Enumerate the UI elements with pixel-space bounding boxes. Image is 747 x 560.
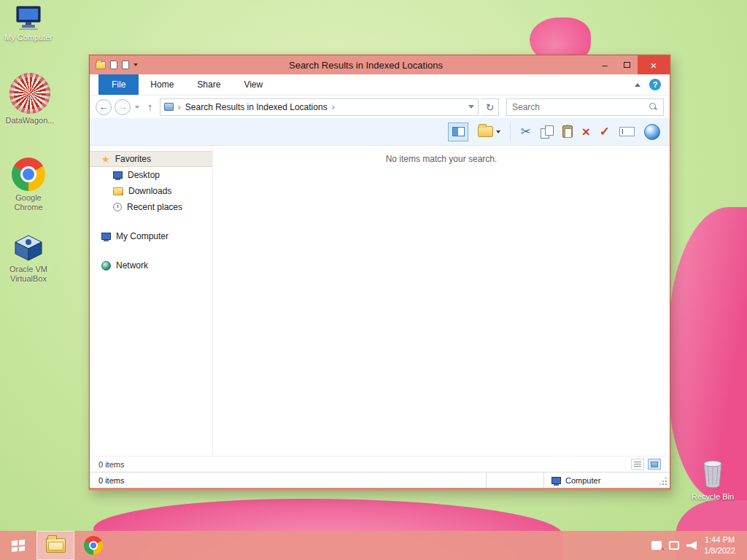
qat-properties-icon[interactable] — [110, 61, 117, 69]
input-indicator-icon[interactable]: × — [651, 541, 662, 550]
tab-view[interactable]: View — [232, 74, 274, 95]
preview-pane-icon — [452, 127, 465, 136]
cut-button[interactable]: ✂ — [520, 125, 530, 138]
up-button[interactable]: ↑ — [144, 101, 157, 113]
paste-button[interactable] — [562, 125, 573, 138]
tab-share[interactable]: Share — [185, 74, 232, 95]
quick-access-toolbar — [90, 61, 138, 69]
search-input[interactable] — [512, 102, 649, 112]
command-toolbar: ✂ × ✓ — [90, 118, 670, 146]
copy-button[interactable] — [541, 125, 553, 138]
desktop-icon — [113, 171, 123, 179]
new-folder-button[interactable] — [478, 126, 500, 137]
computer-icon — [101, 233, 111, 240]
desktop-icon-label: My Computer — [1, 33, 55, 42]
empty-search-message: No items match your search. — [213, 154, 670, 164]
thumbnail-view-icon — [651, 462, 658, 467]
start-button[interactable] — [0, 531, 36, 560]
desktop-icon-my-computer[interactable]: My Computer — [1, 6, 55, 42]
desktop-icon-recycle-bin[interactable]: Recycle Bin — [686, 456, 740, 502]
confirm-button[interactable]: ✓ — [600, 125, 610, 138]
toolbar-divider — [510, 123, 511, 141]
close-button[interactable]: × — [638, 55, 670, 74]
address-bar[interactable]: › Search Results in Indexed Locations › — [160, 98, 479, 116]
desktop-icon-datawagon[interactable]: DataWagon... — [3, 73, 57, 125]
taskbar-file-explorer-button[interactable] — [36, 531, 74, 560]
explorer-app-icon — [96, 61, 106, 69]
forward-button[interactable]: → — [115, 99, 131, 115]
sidebar-item-favorites[interactable]: ★ Favorites — [90, 151, 212, 167]
breadcrumb-separator-icon[interactable]: › — [177, 101, 182, 112]
taskbar-clock[interactable]: 1:44 PM 1/8/2022 — [704, 534, 738, 556]
window-body: ★ Favorites Desktop Downloads Recent pla… — [90, 146, 670, 456]
caption-buttons: – × — [594, 55, 670, 74]
help-icon[interactable]: ? — [649, 79, 661, 90]
status-bar: 0 items — [90, 456, 670, 472]
shell-globe-icon[interactable] — [644, 124, 660, 140]
thumbnail-view-button[interactable] — [648, 459, 661, 470]
navigation-bar: ← → ↑ › Search Results in Indexed Locati… — [90, 96, 670, 118]
rename-button[interactable] — [619, 127, 635, 136]
file-explorer-icon — [46, 538, 66, 553]
new-folder-icon — [478, 126, 493, 137]
chrome-icon — [1, 158, 55, 191]
breadcrumb[interactable]: Search Results in Indexed Locations — [185, 102, 328, 112]
delete-button[interactable]: × — [582, 125, 590, 139]
ribbon-right-controls: ? — [635, 74, 670, 95]
back-button[interactable]: ← — [96, 99, 112, 115]
refresh-button[interactable]: ↻ — [481, 98, 499, 116]
search-box[interactable] — [506, 98, 664, 116]
details-view-button[interactable] — [631, 459, 644, 470]
breadcrumb-separator-icon[interactable]: › — [330, 101, 336, 112]
windows-logo-icon — [12, 540, 25, 552]
taskbar-chrome-button[interactable] — [74, 531, 112, 560]
sidebar-item-downloads[interactable]: Downloads — [90, 183, 212, 199]
favorites-star-icon: ★ — [101, 155, 110, 164]
view-toggles — [631, 459, 661, 470]
details-view-icon — [634, 462, 641, 467]
explorer-window: Search Results in Indexed Locations – × … — [89, 55, 670, 490]
ribbon-tabs: File Home Share View ? — [90, 74, 670, 96]
desktop-icon-label: Oracle VM VirtualBox — [1, 265, 55, 283]
sidebar-spacer — [90, 244, 212, 257]
sidebar-item-my-computer[interactable]: My Computer — [90, 228, 212, 244]
sidebar-item-network[interactable]: Network — [90, 257, 212, 273]
sidebar-item-recent-places[interactable]: Recent places — [90, 199, 212, 215]
desktop-icon-label: Google Chrome — [1, 193, 55, 211]
desktop-icon-label: Recycle Bin — [686, 492, 740, 502]
sidebar-item-desktop[interactable]: Desktop — [90, 167, 212, 183]
resize-grip[interactable] — [657, 475, 667, 486]
navigation-pane: ★ Favorites Desktop Downloads Recent pla… — [90, 146, 212, 456]
address-dropdown-icon[interactable] — [468, 105, 474, 109]
tab-file[interactable]: File — [98, 74, 139, 95]
error-badge-icon: × — [661, 545, 665, 553]
search-icon[interactable] — [649, 102, 658, 112]
item-count: 0 items — [90, 476, 486, 485]
recent-locations-icon[interactable] — [135, 106, 139, 109]
network-icon[interactable] — [669, 541, 679, 550]
item-count: 0 items — [98, 460, 124, 469]
volume-icon[interactable]: × — [686, 541, 697, 550]
desktop-icon-virtualbox[interactable]: Oracle VM VirtualBox — [1, 233, 55, 283]
muted-badge-icon: × — [696, 545, 700, 553]
sidebar-spacer — [90, 215, 212, 228]
sidebar-item-label: Recent places — [127, 202, 182, 212]
tab-home[interactable]: Home — [139, 74, 185, 95]
titlebar[interactable]: Search Results in Indexed Locations – × — [90, 55, 670, 74]
qat-new-folder-icon[interactable] — [122, 61, 129, 69]
taskbar: × × 1:44 PM 1/8/2022 — [0, 531, 747, 560]
maximize-button[interactable] — [616, 55, 638, 74]
sidebar-item-label: Favorites — [115, 154, 151, 164]
sidebar-item-label: Downloads — [128, 186, 171, 196]
expand-ribbon-icon[interactable] — [635, 83, 640, 87]
location-indicator: Computer — [544, 476, 657, 485]
clock-time: 1:44 PM — [704, 534, 735, 545]
preview-pane-button[interactable] — [448, 122, 468, 141]
recycle-bin-icon — [686, 456, 740, 490]
minimize-button[interactable]: – — [594, 55, 616, 74]
desktop-icon-google-chrome[interactable]: Google Chrome — [1, 158, 55, 211]
location-label: Computer — [565, 476, 600, 485]
system-tray: × × 1:44 PM 1/8/2022 — [643, 531, 747, 560]
file-list-area[interactable]: No items match your search. — [212, 146, 670, 456]
window-title: Search Results in Indexed Locations — [138, 60, 594, 71]
